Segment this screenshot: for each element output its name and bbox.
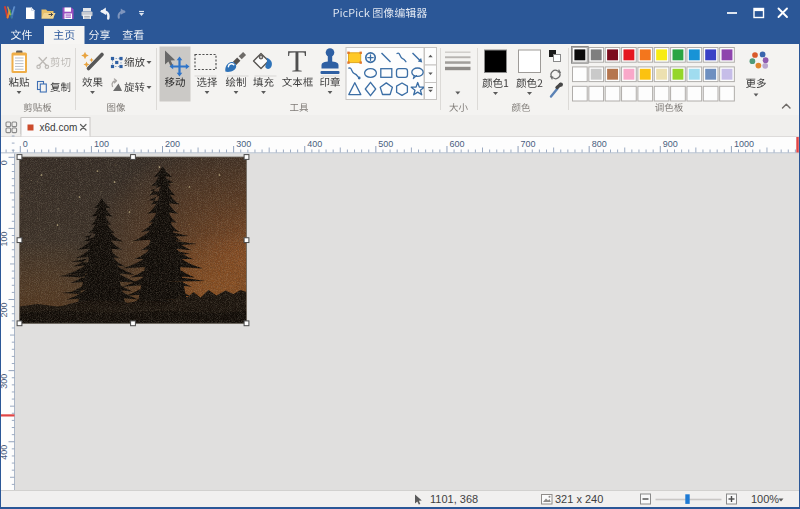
svg-text:300: 300: [236, 139, 251, 149]
svg-text:x6d.com: x6d.com: [40, 122, 78, 133]
svg-text:0: 0: [0, 160, 9, 165]
svg-text:100: 100: [94, 139, 109, 149]
svg-text:100: 100: [0, 231, 9, 246]
svg-text:600: 600: [449, 139, 464, 149]
svg-text:800: 800: [592, 139, 607, 149]
svg-text:300: 300: [0, 374, 9, 389]
svg-text:500: 500: [378, 139, 393, 149]
svg-text:700: 700: [521, 139, 536, 149]
svg-text:1101, 368: 1101, 368: [430, 493, 478, 505]
svg-text:200: 200: [165, 139, 180, 149]
svg-text:0: 0: [23, 139, 28, 149]
svg-text:400: 400: [307, 139, 322, 149]
svg-text:100%: 100%: [751, 493, 779, 505]
svg-text:1000: 1000: [734, 139, 754, 149]
svg-text:900: 900: [663, 139, 678, 149]
svg-text:321 x 240: 321 x 240: [555, 493, 603, 505]
svg-text:200: 200: [0, 303, 9, 318]
svg-text:400: 400: [0, 445, 9, 460]
